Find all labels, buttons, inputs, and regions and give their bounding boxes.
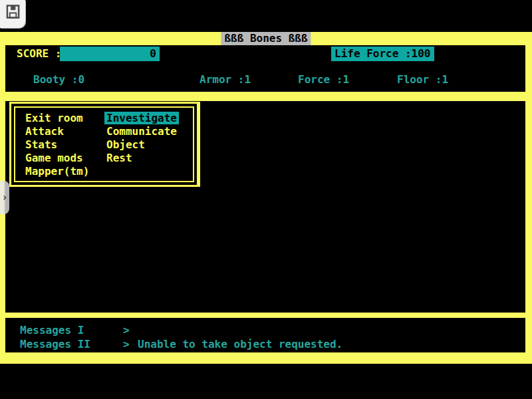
menu-column-left: Exit room Attack Stats Game mods Mapper(… [25,112,106,181]
menu-item-game-mods[interactable]: Game mods [25,152,106,165]
menu-item-exit-room[interactable]: Exit room [25,112,106,125]
game-title: ßßß Bones ßßß [221,32,311,45]
game-screen-frame: ßßß Bones ßßß SCORE : 0 Life Force :100 … [0,32,532,364]
command-menu: Exit room Attack Stats Game mods Mapper(… [14,106,194,182]
force-stat: Force :1 [298,73,349,86]
side-panel-expand-tab[interactable]: › [0,181,9,214]
score-label: SCORE : [17,47,61,60]
messages-line-1: Messages I > [5,323,525,337]
messages-2-label: Messages II [20,337,123,351]
booty-stat: Booty :0 [33,73,84,86]
messages-1-prompt: > [123,323,138,337]
score-bar: 0 [60,47,160,61]
chevron-right-icon: › [1,193,7,203]
messages-panel: Messages I > Messages II > Unable to tak… [5,318,525,352]
messages-line-2: Messages II > Unable to take object requ… [5,337,525,351]
menu-column-right: Investigate Communicate Object Rest [106,112,179,181]
life-force-value: Life Force :100 [331,47,434,61]
menu-item-investigate[interactable]: Investigate [106,112,179,125]
floppy-disk-icon [5,3,21,23]
messages-1-label: Messages I [20,323,123,337]
menu-item-communicate[interactable]: Communicate [106,125,179,138]
menu-item-object[interactable]: Object [106,138,179,152]
main-play-area: Exit room Attack Stats Game mods Mapper(… [5,101,525,313]
armor-stat: Armor :1 [200,73,251,86]
floor-stat: Floor :1 [397,73,448,86]
menu-item-stats[interactable]: Stats [25,138,106,152]
menu-item-mapper[interactable]: Mapper(tm) [25,165,106,178]
command-menu-box: Exit room Attack Stats Game mods Mapper(… [9,102,200,187]
messages-2-prompt: > [123,337,138,351]
selected-menu-highlight: Investigate [104,112,179,124]
save-button[interactable] [0,0,25,28]
status-panel: SCORE : 0 Life Force :100 Booty :0 Armor… [5,45,525,92]
menu-item-rest[interactable]: Rest [106,152,179,165]
menu-item-attack[interactable]: Attack [25,125,106,138]
game-window: { "window": { "title": "ßßß Bones ßßß" }… [0,0,532,399]
messages-2-text: Unable to take object requested. [138,337,342,351]
